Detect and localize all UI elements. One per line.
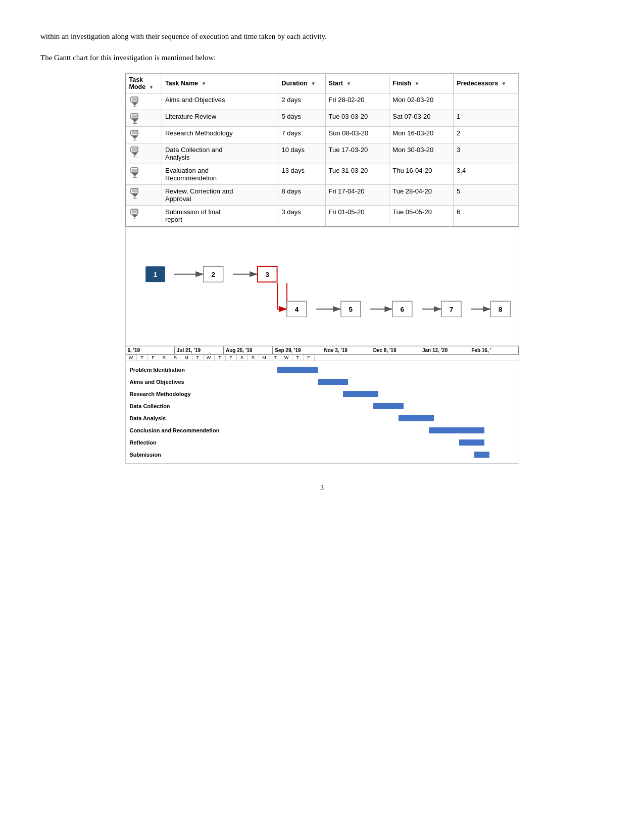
timeline-day: T <box>292 355 304 361</box>
th-mode: TaskMode ▼ <box>126 74 162 93</box>
timeline-day: F <box>304 355 315 361</box>
gantt-task-label: Reflection <box>126 439 227 446</box>
mode-cell <box>126 93 162 110</box>
mode-cell <box>126 185 162 206</box>
svg-rect-31 <box>132 210 137 213</box>
timeline-period: Sep 29, '19 <box>273 347 322 354</box>
mode-icon <box>129 208 159 219</box>
duration-cell: 10 days <box>278 143 325 164</box>
gantt-task-row: Data Collection <box>126 401 519 412</box>
gantt-task-label: Research Methodology <box>126 391 227 397</box>
timeline-day: M <box>259 355 270 361</box>
intro-line1: within an investigation along with their… <box>40 30 604 42</box>
gantt-task-label: Aims and Objectives <box>126 379 227 385</box>
timeline-days: WTFSSMTWTFSSMTWTF <box>126 355 519 361</box>
pred-cell: 3 <box>454 143 518 164</box>
duration-cell: 13 days <box>278 164 325 185</box>
mode-cell <box>126 143 162 164</box>
th-finish: Finish ▼ <box>389 74 454 93</box>
task-name-cell: Research Methodology <box>162 127 278 143</box>
th-pred: Predecessors ▼ <box>454 74 518 93</box>
th-name: Task Name ▼ <box>162 74 278 93</box>
task-name-cell: Aims and Objectives <box>162 93 278 110</box>
svg-rect-1 <box>132 98 137 101</box>
mode-icon <box>129 129 159 140</box>
gantt-bar <box>459 439 484 446</box>
timeline-period: Nov 3, '19 <box>322 347 371 354</box>
gantt-task-label: Submission <box>126 452 227 458</box>
finish-cell: Tue 05-05-20 <box>389 206 454 226</box>
pred-cell: 2 <box>454 127 518 143</box>
timeline-day: S <box>170 355 181 361</box>
timeline-day: W <box>204 355 215 361</box>
start-cell: Fri 17-04-20 <box>325 185 389 206</box>
gantt-task-row: Research Methodology <box>126 388 519 400</box>
task-name-cell: Literature Review <box>162 110 278 127</box>
table-row: Evaluation and Recommendetion13 daysTue … <box>126 164 518 185</box>
timeline-day: F <box>148 355 159 361</box>
svg-text:5: 5 <box>349 306 353 313</box>
task-name-cell: Data Collection and Analysis <box>162 143 278 164</box>
timeline-period: Feb 16, ' <box>469 347 518 354</box>
timeline-day: T <box>137 355 148 361</box>
gantt-task-row: Problem Identifiation <box>126 364 519 375</box>
th-duration: Duration ▼ <box>278 74 325 93</box>
svg-marker-12 <box>132 136 138 139</box>
timeline-day: T <box>192 355 204 361</box>
gantt-bar-area <box>227 413 519 424</box>
start-cell: Tue 03-03-20 <box>325 110 389 127</box>
finish-cell: Mon 02-03-20 <box>389 93 454 110</box>
pred-cell: 3,4 <box>454 164 518 185</box>
gantt-bar <box>318 379 348 385</box>
svg-rect-16 <box>132 148 137 151</box>
timeline-day: F <box>226 355 237 361</box>
timeline-day: S <box>248 355 259 361</box>
duration-cell: 8 days <box>278 185 325 206</box>
timeline-day: S <box>159 355 170 361</box>
svg-marker-32 <box>132 215 138 218</box>
gantt-task-label: Data Analysis <box>126 415 227 421</box>
task-name-cell: Evaluation and Recommendetion <box>162 164 278 185</box>
svg-marker-22 <box>132 173 138 176</box>
svg-text:6: 6 <box>400 306 404 313</box>
timeline-day: W <box>281 355 292 361</box>
finish-cell: Thu 16-04-20 <box>389 164 454 185</box>
start-cell: Tue 17-03-20 <box>325 143 389 164</box>
gantt-task-row: Conclusion and Recommendetion <box>126 425 519 436</box>
finish-cell: Sat 07-03-20 <box>389 110 454 127</box>
gantt-task-row: Data Analysis <box>126 413 519 424</box>
timeline-header: 6, '19Jul 21, '19Aug 25, '19Sep 29, '19N… <box>126 347 519 355</box>
table-row: Aims and Objectives2 daysFri 28-02-20Mon… <box>126 93 518 110</box>
gantt-bar-area <box>227 364 519 375</box>
gantt-bar <box>373 403 404 409</box>
network-svg: 1 2 3 4 5 6 7 8 <box>131 237 514 338</box>
network-diagram: 1 2 3 4 5 6 7 8 <box>125 227 519 346</box>
th-start: Start ▼ <box>325 74 389 93</box>
table-row: Research Methodology7 daysSun 08-03-20Mo… <box>126 127 518 143</box>
duration-cell: 5 days <box>278 110 325 127</box>
timeline-day: T <box>215 355 226 361</box>
pred-cell: 6 <box>454 206 518 226</box>
timeline-day: M <box>181 355 192 361</box>
mode-icon <box>129 146 159 157</box>
timeline-period: Jan 12, '20 <box>420 347 469 354</box>
duration-cell: 2 days <box>278 93 325 110</box>
svg-text:2: 2 <box>211 271 215 278</box>
gantt-bar <box>277 367 318 373</box>
mode-icon <box>129 113 159 124</box>
svg-text:3: 3 <box>265 271 269 278</box>
svg-marker-7 <box>132 119 138 122</box>
mode-icon <box>129 167 159 178</box>
pred-cell: 5 <box>454 185 518 206</box>
timeline-period: Dec 8, '19 <box>371 347 420 354</box>
intro-line2: The Gantt chart for this investigation i… <box>40 52 604 64</box>
gantt-table: TaskMode ▼ Task Name ▼ Duration ▼ Start … <box>126 73 519 226</box>
svg-rect-26 <box>132 189 137 192</box>
gantt-body: Problem IdentifiationAims and Objectives… <box>126 361 519 463</box>
svg-text:1: 1 <box>153 271 157 278</box>
gantt-bar-area <box>227 388 519 400</box>
timeline-period: 6, '19 <box>126 347 175 354</box>
svg-marker-17 <box>132 153 138 156</box>
svg-rect-21 <box>132 169 137 172</box>
gantt-bar <box>343 391 378 397</box>
